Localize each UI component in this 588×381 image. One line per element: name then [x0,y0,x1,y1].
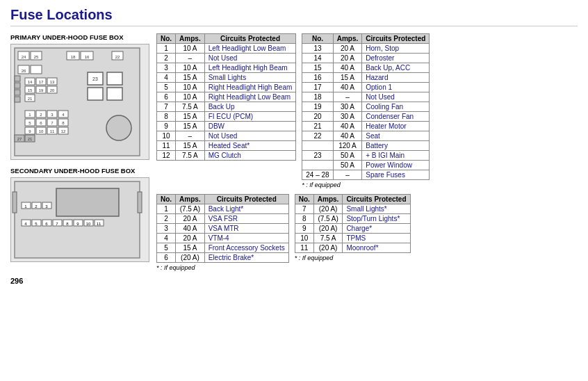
table3: No. Amps. Circuits Protected 1(7.5 A)Bac… [156,194,289,263]
table-cell: Small Lights [204,73,296,83]
table1-col-circuits: Circuits Protected [204,34,296,44]
table-cell: Cooling Fan [362,102,430,112]
secondary-fuse-box-svg: 1 2 3 4 5 6 7 8 9 10 [11,178,143,261]
svg-text:10: 10 [86,222,91,226]
table-cell: Back Up [204,102,296,112]
table-cell: TPMS [343,234,410,243]
table-cell [302,141,333,151]
table-cell: 15 A [333,73,362,83]
table-cell: Heated Seat* [204,141,296,151]
table-cell: Spare Fuses [362,170,430,180]
table-cell: DBW [204,122,296,131]
table-cell: (20 A) [313,243,343,253]
table-cell: Stop/Turn Lights* [343,214,410,224]
table-cell: Defroster [362,54,430,63]
table-cell: 15 A [176,243,205,253]
bottom-tables: No. Amps. Circuits Protected 1(7.5 A)Bac… [156,194,578,271]
table-cell: 120 A [333,141,362,151]
table-cell: Horn, Stop [362,44,430,54]
table4: No. Amps. Circuits Protected 7(20 A)Smal… [295,194,411,253]
secondary-fuse-box-diagram: 1 2 3 4 5 6 7 8 9 10 [10,177,149,262]
table-cell: 10 A [176,92,205,102]
svg-text:12: 12 [61,129,66,133]
table-cell: 20 A [333,54,362,63]
table-cell: 10 [157,131,176,141]
table-cell: 15 [302,63,333,73]
table4-col-circuits: Circuits Protected [343,195,410,204]
table-cell: 21 [302,122,333,131]
svg-rect-35 [88,88,103,100]
table-cell: 40 A [333,122,362,131]
table-cell: 40 A [333,63,362,73]
table3-col-no: No. [157,195,176,204]
table-cell: 15 A [176,122,205,131]
table-cell: FI ECU (PCM) [204,112,296,122]
table-cell: Option 1 [362,83,430,92]
table-cell: 10 A [176,63,205,73]
table-cell: (7.5 A) [313,214,343,224]
svg-rect-67 [13,192,17,213]
table-cell: VTM-4 [204,234,288,243]
table-cell: – [176,54,205,63]
table1-container: No. Amps. Circuits Protected 110 ALeft H… [156,33,296,188]
primary-fuse-box-svg: 24 25 18 16 22 26 14 [11,44,143,159]
table-cell: Right Headlight Low Beam [204,92,296,102]
table2-container: No. Amps. Circuits Protected 1320 AHorn,… [302,33,430,188]
table3-col-amps: Amps. [176,195,205,204]
svg-rect-75 [56,188,119,216]
table-cell: (7.5 A) [176,204,205,214]
table-cell: 30 A [333,112,362,122]
svg-text:10: 10 [39,129,44,133]
table-cell: (20 A) [176,253,205,263]
table2-col-circuits: Circuits Protected [362,34,430,44]
table-cell: 9 [157,122,176,131]
table-cell: 15 A [176,73,205,83]
table-cell: 50 A [333,151,362,161]
table-cell: 22 [302,131,333,141]
table-cell: Power Window [362,161,430,170]
table-cell: 2 [157,214,176,224]
svg-rect-36 [107,88,122,100]
table-cell: 19 [302,102,333,112]
svg-text:14: 14 [28,80,33,84]
svg-text:17: 17 [39,80,44,84]
svg-rect-16 [15,90,20,95]
svg-text:24: 24 [22,55,26,59]
svg-text:26: 26 [22,69,26,73]
svg-text:23: 23 [92,76,98,81]
table3-col-circuits: Circuits Protected [204,195,288,204]
table-cell: 7.5 A [176,151,205,161]
table-cell: 40 A [176,224,205,234]
table-cell: Back Up, ACC [362,63,430,73]
svg-rect-14 [15,76,20,81]
table4-note: * : If equipped [295,254,411,261]
table-cell: 16 [302,73,333,83]
svg-text:25: 25 [34,55,39,59]
table-cell: 7 [157,102,176,112]
table-cell: 1 [157,204,176,214]
table-cell: Not Used [204,54,296,63]
table-cell: 11 [295,243,313,253]
main-content: PRIMARY UNDER-HOOD FUSE BOX 24 25 18 16 … [10,33,578,271]
svg-rect-34 [107,72,122,85]
table-cell: – [176,131,205,141]
table-cell: 15 A [176,112,205,122]
table-cell: 14 [302,54,333,63]
table-cell: 30 A [333,102,362,112]
right-column: No. Amps. Circuits Protected 110 ALeft H… [156,33,578,271]
svg-text:16: 16 [85,55,90,59]
table-cell: 3 [157,224,176,234]
top-tables: No. Amps. Circuits Protected 110 ALeft H… [156,33,578,188]
table-cell: Right Headlight High Beam [204,83,296,92]
table-cell: (20 A) [313,224,343,234]
table-cell: 5 [157,83,176,92]
table-cell: Battery [362,141,430,151]
table-cell: 3 [157,63,176,73]
table-cell: + B IGI Main [362,151,430,161]
table1: No. Amps. Circuits Protected 110 ALeft H… [156,33,296,161]
page-number: 296 [10,277,578,285]
table-cell: Electric Brake* [204,253,288,263]
table-cell: 8 [295,214,313,224]
svg-text:22: 22 [115,55,120,59]
table-cell: 5 [157,243,176,253]
